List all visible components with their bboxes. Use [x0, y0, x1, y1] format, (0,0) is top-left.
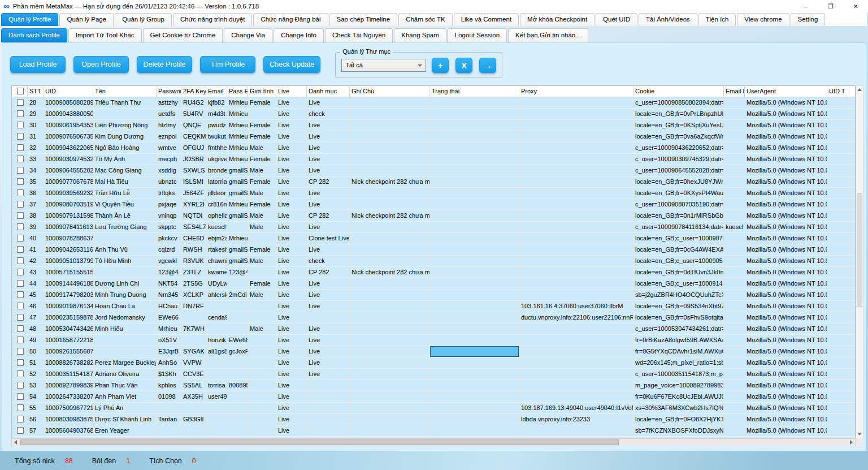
table-row[interactable]: 49100016587722187oX51VhonzikEWe66LiveLiv… [12, 335, 855, 346]
cell-emailr[interactable] [724, 97, 745, 108]
cell-proxy[interactable] [519, 109, 633, 119]
cell-check[interactable] [12, 403, 28, 413]
row-checkbox[interactable] [17, 382, 24, 389]
cell-uidt[interactable] [827, 176, 849, 187]
cell-uid[interactable]: 100090765067350 [44, 131, 93, 142]
cell-gioitinh[interactable] [248, 369, 276, 380]
cell-useragent[interactable]: Mozilla/5.0 (Windows NT 10.0; Win [745, 346, 827, 357]
cell-gioitinh[interactable] [248, 335, 276, 346]
cell-danhmuc[interactable] [307, 425, 350, 436]
cell-danhmuc[interactable]: Live [307, 290, 350, 300]
cell-email[interactable] [206, 425, 227, 436]
cell-cookie[interactable]: c_user=100090807035190;datr=X6_ [633, 199, 724, 210]
cell-check[interactable] [12, 369, 28, 380]
header-passem[interactable]: Pass Em [227, 86, 248, 97]
cell-ghichu[interactable] [350, 131, 430, 142]
cell-check[interactable] [12, 188, 28, 199]
cell-passem[interactable]: gmailS [227, 256, 248, 266]
cell-proxy[interactable] [519, 244, 633, 255]
cell-password[interactable]: vgcwkl [157, 256, 181, 266]
cell-emailr[interactable] [724, 380, 745, 391]
cell-uidt[interactable] [827, 97, 849, 108]
cell-ten[interactable]: Jord Nedomansky [93, 312, 157, 323]
cell-uid[interactable]: 100090850802894 [44, 97, 93, 108]
cell-fa2[interactable]: OFGUJ [181, 143, 206, 153]
header-uid[interactable]: UID [44, 86, 93, 97]
cell-danhmuc[interactable]: Live [307, 188, 350, 199]
tab-change-via[interactable]: Change Via [224, 28, 272, 42]
cell-stt[interactable]: 35 [28, 176, 44, 187]
cell-passem[interactable] [227, 414, 248, 425]
cell-stt[interactable]: 32 [28, 143, 44, 153]
cell-ghichu[interactable] [350, 335, 430, 346]
cell-check[interactable] [12, 267, 28, 278]
cell-cookie[interactable]: fr=0rBiKazA8olgwI59B.AWXSAaSYa [633, 335, 724, 346]
cell-useragent[interactable]: Mozilla/5.0 (Windows NT 10.0; Win [745, 425, 827, 436]
scroll-up-button[interactable] [856, 86, 863, 93]
row-checkbox[interactable] [17, 235, 24, 242]
table-row[interactable]: 39100090784116134Lưu Trường GiangskpptcS… [12, 222, 855, 233]
cell-password[interactable]: cqlzrd [157, 244, 181, 255]
tab-quan-ly-group[interactable]: Quản lý Group [115, 13, 172, 26]
row-checkbox[interactable] [17, 269, 24, 275]
cell-stt[interactable]: 44 [28, 278, 44, 289]
cell-uidt[interactable] [827, 369, 849, 380]
cell-stt[interactable]: 28 [28, 97, 44, 108]
table-row[interactable]: 28100090850802894Triều Thanh ThưasttzhyR… [12, 97, 855, 109]
cell-password[interactable]: trltqks [157, 188, 181, 199]
table-row[interactable]: 42100090510137996Tô Hữu MinhvgcwklR3VUKc… [12, 256, 855, 267]
header-live[interactable]: Live [276, 86, 307, 97]
cell-password[interactable]: ubnztc [157, 176, 181, 187]
cell-proxy[interactable] [519, 120, 633, 131]
cell-ghichu[interactable] [350, 290, 430, 300]
row-checkbox[interactable] [17, 337, 24, 343]
cell-check[interactable] [12, 346, 28, 357]
cell-fa2[interactable] [181, 425, 206, 436]
cell-fa2[interactable]: JOSBR [181, 154, 206, 165]
cell-passem[interactable]: Mrhieu [227, 143, 248, 153]
cell-passem[interactable] [227, 369, 248, 380]
cell-uid[interactable]: 100090784116134 [44, 222, 93, 232]
row-checkbox[interactable] [17, 370, 24, 377]
cell-uidt[interactable] [827, 256, 849, 266]
cell-gioitinh[interactable] [248, 414, 276, 425]
cell-emailr[interactable] [724, 301, 745, 312]
cell-ten[interactable]: Mạc Công Giang [93, 165, 157, 176]
cell-fa2[interactable]: VVPW [181, 357, 206, 368]
cell-email[interactable]: twukut [206, 131, 227, 142]
cell-stt[interactable]: 57 [28, 425, 44, 436]
cell-useragent[interactable]: Mozilla/5.0 (Windows NT 10.0; Win [745, 278, 827, 289]
cell-stt[interactable]: 47 [28, 312, 44, 323]
cell-cookie[interactable]: c_user=100090850802894;datr=za_ [633, 97, 724, 108]
cell-ghichu[interactable] [350, 346, 430, 357]
cell-uidt[interactable] [827, 301, 849, 312]
cell-live[interactable]: Live [276, 301, 307, 312]
cell-live[interactable]: Live [276, 357, 307, 368]
scroll-left-button[interactable] [12, 439, 19, 446]
cell-useragent[interactable]: Mozilla/5.0 (Windows NT 10.0; Win [745, 335, 827, 346]
cell-email[interactable]: bronde [206, 165, 227, 176]
tab-change-info[interactable]: Change Info [274, 28, 324, 42]
cell-cookie[interactable]: sb=j2guZBR4HO4OCQUuhZTcXET8 [633, 290, 724, 300]
cell-ghichu[interactable] [350, 391, 430, 402]
cell-cookie[interactable]: m_page_voice=100089278998394; [633, 380, 724, 391]
cell-useragent[interactable]: Mozilla/5.0 (Windows NT 10.0; Win [745, 165, 827, 176]
header-ghichu[interactable]: Ghi Chú [350, 86, 430, 97]
cell-trangthai[interactable] [430, 109, 519, 119]
row-checkbox[interactable] [17, 178, 24, 185]
cell-stt[interactable]: 43 [28, 267, 44, 278]
cell-ten[interactable]: Mai Hà Tiều [93, 176, 157, 187]
cell-live[interactable]: Live [276, 256, 307, 266]
cell-fa2[interactable]: XYRL2I [181, 199, 206, 210]
cell-password[interactable] [157, 425, 181, 436]
cell-passem[interactable]: Mrhieu [227, 154, 248, 165]
cell-passem[interactable] [227, 357, 248, 368]
cell-fa2[interactable]: SES4L7 [181, 222, 206, 232]
cell-password[interactable]: kphlos [157, 380, 181, 391]
row-checkbox[interactable] [17, 156, 24, 162]
cell-ghichu[interactable] [350, 425, 430, 436]
cell-passem[interactable] [227, 312, 248, 323]
cell-cookie[interactable]: locale=en_GB;fr=0FO8X2HjYKTYzJr [633, 414, 724, 425]
cell-uid[interactable]: 100090309745329 [44, 154, 93, 165]
cell-gioitinh[interactable]: Female [248, 131, 276, 142]
